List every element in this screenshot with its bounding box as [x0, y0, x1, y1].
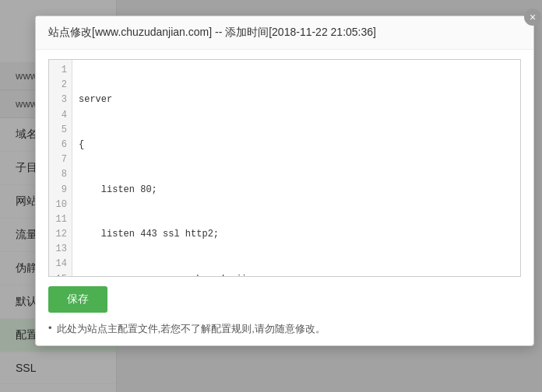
code-content: server { listen 80; listen 443 ssl http2…	[72, 60, 505, 277]
config-modal: × 站点修改[www.chuzudanjian.com] -- 添加时间[201…	[35, 16, 534, 346]
code-line-1: server	[79, 93, 499, 107]
modal-header: 站点修改[www.chuzudanjian.com] -- 添加时间[2018-…	[36, 16, 533, 50]
ln-6: 6	[54, 138, 67, 152]
ln-7: 7	[54, 152, 67, 167]
ln-5: 5	[54, 123, 67, 138]
ln-1: 1	[54, 63, 67, 78]
ln-3: 3	[54, 93, 67, 107]
code-line-2: {	[79, 138, 499, 152]
ln-12: 12	[54, 227, 67, 242]
modal-overlay: × 站点修改[www.chuzudanjian.com] -- 添加时间[201…	[0, 0, 542, 392]
modal-body: 1 2 3 4 5 6 7 8 9 10 11 12 13 14	[36, 50, 533, 345]
ln-8: 8	[54, 167, 67, 182]
ln-13: 13	[54, 242, 67, 257]
save-button[interactable]: 保存	[48, 286, 107, 313]
close-button[interactable]: ×	[524, 9, 541, 26]
ln-10: 10	[54, 198, 67, 212]
code-line-3: listen 80;	[79, 183, 499, 198]
code-editor[interactable]: 1 2 3 4 5 6 7 8 9 10 11 12 13 14	[48, 59, 521, 277]
ln-4: 4	[54, 108, 67, 123]
note-content: 此处为站点主配置文件,若您不了解配置规则,请勿随意修改。	[57, 322, 326, 336]
ln-2: 2	[54, 78, 67, 93]
code-line-4: listen 443 ssl http2;	[79, 227, 499, 242]
line-numbers: 1 2 3 4 5 6 7 8 9 10 11 12 13 14	[49, 60, 72, 277]
ln-11: 11	[54, 212, 67, 227]
ln-15: 15	[54, 272, 67, 277]
note-text: 此处为站点主配置文件,若您不了解配置规则,请勿随意修改。	[48, 322, 521, 336]
modal-title: 站点修改[www.chuzudanjian.com] -- 添加时间[2018-…	[48, 26, 376, 40]
code-line-5: server_name www.chuzudanjian.com;	[79, 272, 499, 277]
ln-9: 9	[54, 183, 67, 198]
ln-14: 14	[54, 257, 67, 271]
code-editor-inner: 1 2 3 4 5 6 7 8 9 10 11 12 13 14	[49, 60, 520, 277]
